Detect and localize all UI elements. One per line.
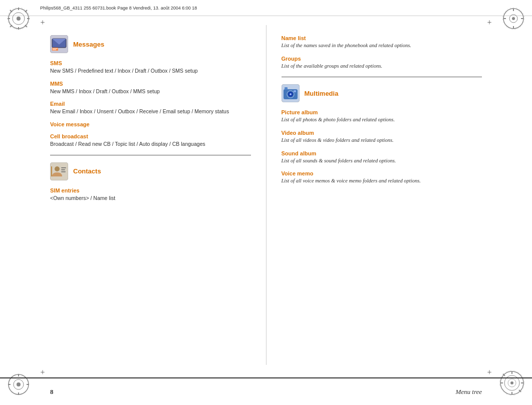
multimedia-section-header: Multimedia <box>282 84 482 102</box>
messages-section-header: Messages <box>50 35 251 53</box>
picture-album-group: Picture album List of all photos & photo… <box>282 109 482 124</box>
crosshair-top-right <box>484 18 494 28</box>
email-desc: New Email / Inbox / Unsent / Outbox / Re… <box>50 108 251 115</box>
name-list-group: Name list List of the names saved in the… <box>282 35 482 50</box>
svg-rect-46 <box>61 167 66 168</box>
cell-broadcast-title: Cell broadcast <box>50 133 251 139</box>
svg-point-45 <box>55 166 60 171</box>
svg-rect-47 <box>61 169 65 170</box>
groups-title: Groups <box>282 56 482 62</box>
voice-memo-group: Voice memo List of all voice memos & voi… <box>282 170 482 185</box>
groups-desc: List of the available groups and related… <box>282 63 482 70</box>
mms-desc: New MMS / Inbox / Draft / Outbox / MMS s… <box>50 88 251 95</box>
svg-rect-41 <box>52 48 58 51</box>
mms-title: MMS <box>50 81 251 87</box>
svg-rect-48 <box>61 171 66 172</box>
video-album-title: Video album <box>282 130 482 136</box>
svg-rect-56 <box>294 90 296 92</box>
crosshair-bottom-left <box>38 367 48 377</box>
left-column: Messages SMS New SMS / Predefined text /… <box>50 25 266 365</box>
groups-group: Groups List of the available groups and … <box>282 56 482 70</box>
svg-rect-44 <box>50 162 68 180</box>
multimedia-icon <box>282 84 300 102</box>
sms-group: SMS New SMS / Predefined text / Inbox / … <box>50 60 251 75</box>
page-header: Philips568_GB_4311 255 60731.book Page 8… <box>0 0 532 16</box>
sound-album-desc: List of all sounds & sound folders and r… <box>282 157 482 165</box>
svg-point-14 <box>512 17 515 20</box>
phonebook-multimedia-divider <box>282 77 482 77</box>
video-album-group: Video album List of all videos & video f… <box>282 130 482 144</box>
sim-entries-title: SIM entries <box>50 187 251 193</box>
picture-album-title: Picture album <box>282 109 482 115</box>
name-list-desc: List of the names saved in the phonebook… <box>282 42 482 50</box>
main-content: Messages SMS New SMS / Predefined text /… <box>50 25 482 365</box>
sound-album-group: Sound album List of all sounds & sound f… <box>282 150 482 165</box>
voice-message-title: Voice message <box>50 121 251 127</box>
svg-rect-43 <box>53 50 56 51</box>
sound-album-title: Sound album <box>282 150 482 156</box>
right-column: Name list List of the names saved in the… <box>266 25 482 365</box>
contacts-section-header: Contacts <box>50 162 251 180</box>
svg-point-54 <box>290 93 292 95</box>
crosshair-top-left <box>38 18 48 28</box>
email-title: Email <box>50 101 251 107</box>
cell-broadcast-desc: Broadcast / Read new CB / Topic list / A… <box>50 140 251 148</box>
header-text: Philips568_GB_4311 255 60731.book Page 8… <box>40 6 197 11</box>
messages-title: Messages <box>73 41 104 48</box>
picture-album-desc: List of all photos & photo folders and r… <box>282 116 482 124</box>
svg-rect-55 <box>285 87 288 90</box>
email-group: Email New Email / Inbox / Unsent / Outbo… <box>50 101 251 115</box>
sim-entries-group: SIM entries <Own numbers> / Name list <box>50 187 251 202</box>
video-album-desc: List of all videos & video folders and r… <box>282 137 482 144</box>
gear-top-right <box>501 6 526 33</box>
messages-icon <box>50 35 68 53</box>
svg-rect-49 <box>51 166 52 176</box>
name-list-title: Name list <box>282 35 482 41</box>
crosshair-bottom-right <box>484 367 494 377</box>
footer-page-number: 8 <box>50 388 54 396</box>
multimedia-title: Multimedia <box>305 90 339 97</box>
mms-group: MMS New MMS / Inbox / Draft / Outbox / M… <box>50 81 251 95</box>
svg-point-2 <box>17 17 21 21</box>
cell-broadcast-group: Cell broadcast Broadcast / Read new CB /… <box>50 133 251 148</box>
gear-top-left <box>6 6 31 33</box>
sim-entries-desc: <Own numbers> / Name list <box>50 194 251 202</box>
footer-title: Menu tree <box>455 388 482 396</box>
voice-memo-title: Voice memo <box>282 170 482 176</box>
messages-contacts-divider <box>50 155 251 155</box>
sms-desc: New SMS / Predefined text / Inbox / Draf… <box>50 67 251 75</box>
contacts-icon <box>50 162 68 180</box>
contacts-title: Contacts <box>73 167 101 175</box>
page-footer: 8 Menu tree <box>0 377 532 405</box>
voice-message-group: Voice message <box>50 121 251 127</box>
svg-rect-42 <box>53 48 58 49</box>
voice-memo-desc: List of all voice memos & voice memo fol… <box>282 177 482 185</box>
sms-title: SMS <box>50 60 251 66</box>
